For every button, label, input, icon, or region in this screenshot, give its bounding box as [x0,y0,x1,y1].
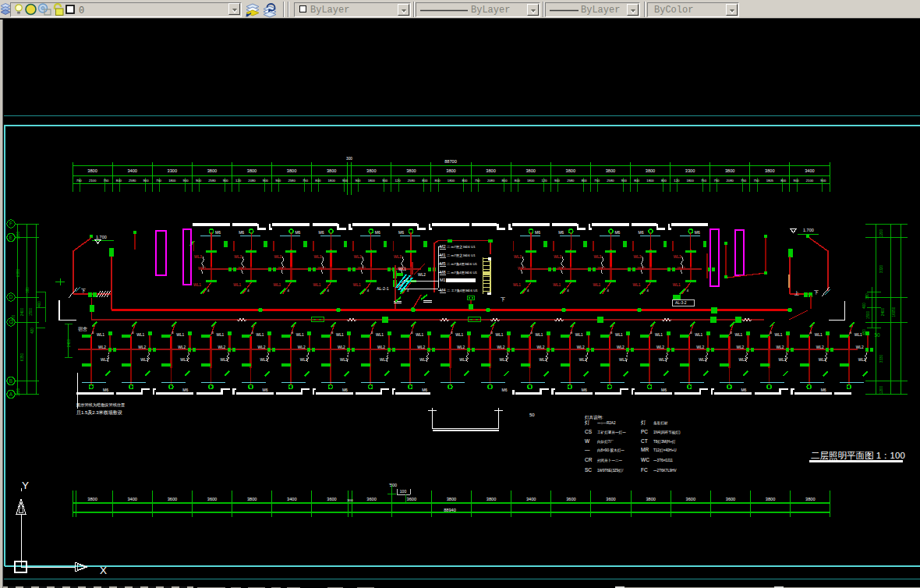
svg-text:6350: 6350 [20,352,24,361]
svg-text:B: B [9,378,12,384]
svg-text:3400: 3400 [127,168,136,173]
svg-text:3800: 3800 [406,168,416,173]
svg-text:3300: 3300 [685,168,695,173]
svg-text:3800: 3800 [366,168,376,173]
svg-text:0: 0 [79,5,84,16]
svg-text:WL2: WL2 [457,345,465,349]
svg-text:WL3: WL3 [394,255,402,259]
svg-text:WL1: WL1 [496,333,504,337]
svg-text:3800: 3800 [487,497,496,501]
svg-text:WL1: WL1 [615,333,623,337]
svg-text:900: 900 [143,179,150,182]
svg-text:4: 4 [571,331,573,335]
svg-text:4: 4 [607,289,609,292]
svg-text:4: 4 [132,331,134,335]
svg-text:二 工7条4层3处6 U1: 二 工7条4层3处6 U1 [447,289,478,292]
svg-text:WL3: WL3 [659,358,667,362]
svg-text:WL3: WL3 [540,358,547,362]
svg-text:M4: M4 [440,288,446,292]
svg-text:M6: M6 [639,230,644,235]
svg-text:WL3: WL3 [593,255,601,259]
svg-text:下: 下 [501,297,505,302]
svg-text:WL1: WL1 [815,333,823,337]
svg-text:4: 4 [331,331,334,335]
svg-text:4: 4 [850,331,852,335]
svg-text:88940: 88940 [444,508,456,512]
svg-text:1800: 1800 [168,179,176,182]
svg-text:M6: M6 [614,230,620,235]
svg-text:2100: 2100 [806,179,814,182]
svg-text:300: 300 [346,157,352,161]
svg-text:宿舍: 宿舍 [78,326,87,332]
svg-text:120: 120 [395,179,402,182]
svg-text:一○—R2A2: 一○—R2A2 [597,421,616,425]
svg-text:WL3: WL3 [459,358,467,362]
svg-text:封闭卅卜一二一: 封闭卅卜一二一 [597,459,623,463]
svg-text:且1.5及2.3米嵌墙敷设: 且1.5及2.3米嵌墙敷设 [76,409,122,416]
svg-text:3400: 3400 [526,497,536,501]
svg-text:3800: 3800 [525,168,535,173]
svg-text:条形灯材: 条形灯材 [653,421,668,426]
svg-text:M6: M6 [182,388,188,392]
svg-text:WL3: WL3 [500,358,508,362]
svg-text:M8: M8 [440,270,446,275]
svg-text:WL1: WL1 [273,283,281,287]
svg-text:120: 120 [235,179,242,182]
svg-text:4: 4 [687,289,689,292]
svg-text:4: 4 [371,331,373,335]
svg-text:3800: 3800 [87,497,97,501]
svg-text:88700: 88700 [444,159,457,164]
svg-text:WL2: WL2 [98,345,106,349]
svg-text:M6: M6 [695,230,700,235]
svg-text:3600: 3600 [168,497,177,501]
svg-text:4: 4 [367,289,370,292]
svg-text:3800: 3800 [87,168,97,173]
svg-text:750: 750 [741,179,747,182]
svg-text:WL3: WL3 [514,255,522,259]
svg-text:3400: 3400 [805,168,814,173]
svg-text:A: A [9,391,13,397]
svg-text:800: 800 [116,179,122,182]
svg-text:WL3: WL3 [194,255,202,259]
svg-text:4: 4 [172,331,174,335]
svg-text:1.700: 1.700 [96,235,107,239]
svg-text:WL1: WL1 [855,333,862,337]
svg-text:800: 800 [515,179,521,182]
svg-text:一2T6K7L9HV: 一2T6K7L9HV [653,469,678,473]
svg-text:二 m7条4层3处6 U1: 二 m7条4层3处6 U1 [447,271,478,275]
svg-text:WL1: WL1 [233,283,241,287]
svg-text:2080: 2080 [248,179,256,182]
svg-text:4: 4 [610,331,613,335]
svg-text:3800: 3800 [446,168,455,173]
svg-text:900: 900 [621,179,628,182]
svg-text:二 m7层之3处6 U1: 二 m7层之3处6 U1 [447,245,476,250]
svg-text:WL1: WL1 [695,333,702,337]
svg-text:WL3: WL3 [101,358,108,362]
svg-text:WL3: WL3 [699,358,706,362]
svg-text:4: 4 [211,331,214,335]
svg-text:400: 400 [862,303,866,309]
svg-text:50: 50 [874,332,880,338]
svg-text:M6: M6 [821,388,826,392]
svg-text:1200: 1200 [16,388,20,396]
svg-text:WL3: WL3 [340,358,348,362]
svg-text:4: 4 [647,289,649,292]
svg-text:WL1: WL1 [655,333,663,337]
svg-text:3800: 3800 [805,497,815,501]
svg-text:WL2: WL2 [497,345,505,349]
svg-text:1800: 1800 [646,179,654,182]
svg-text:2400: 2400 [67,338,71,347]
svg-text:上: 上 [794,291,799,296]
svg-text:M1: M1 [440,278,446,282]
svg-text:灯: 灯 [585,420,590,426]
svg-text:WL3: WL3 [674,255,681,259]
svg-text:WL1: WL1 [193,283,201,287]
svg-text:二层照明平面图 1：100: 二层照明平面图 1：100 [811,451,905,461]
svg-text:WL1: WL1 [216,333,224,337]
svg-text:3800: 3800 [646,497,655,501]
svg-text:WL3: WL3 [354,255,362,259]
svg-text:1500: 1500 [29,307,33,316]
svg-text:450: 450 [862,329,866,335]
svg-text:1800: 1800 [527,179,535,182]
svg-text:750: 750 [701,179,707,182]
